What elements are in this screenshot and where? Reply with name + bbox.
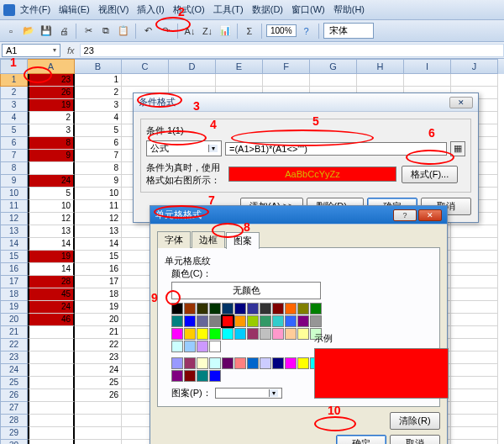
help-icon[interactable]: ? <box>299 24 314 39</box>
open-icon[interactable]: 📂 <box>21 24 36 39</box>
color-swatch[interactable] <box>222 315 234 327</box>
formula-input[interactable]: 23 <box>80 44 504 57</box>
color-swatch[interactable] <box>171 370 183 382</box>
column-header-J[interactable]: J <box>451 59 498 74</box>
color-swatch[interactable] <box>222 303 234 314</box>
cell[interactable]: 2 <box>75 87 122 99</box>
print-icon[interactable]: 🖨 <box>56 24 71 39</box>
paste-icon[interactable]: 📋 <box>116 24 131 39</box>
save-icon[interactable]: 💾 <box>39 24 54 39</box>
no-color-button[interactable]: 无颜色 <box>171 282 321 299</box>
color-swatch[interactable] <box>197 303 208 314</box>
cell[interactable] <box>451 301 498 314</box>
row-header[interactable]: 25 <box>0 377 28 389</box>
color-swatch[interactable] <box>247 315 259 327</box>
row-header[interactable]: 7 <box>0 150 28 162</box>
cell[interactable]: 7 <box>75 150 122 162</box>
row-header[interactable]: 4 <box>0 112 28 124</box>
color-swatch[interactable] <box>272 303 284 314</box>
color-swatch[interactable] <box>234 315 246 327</box>
color-swatch[interactable] <box>197 315 208 327</box>
row-header[interactable]: 8 <box>0 162 28 175</box>
column-header-E[interactable]: E <box>216 59 263 74</box>
cell[interactable] <box>451 364 498 377</box>
cell[interactable] <box>451 276 498 288</box>
row-header[interactable]: 11 <box>0 200 28 213</box>
cell[interactable]: 26 <box>75 389 122 402</box>
cell[interactable]: 5 <box>28 188 75 200</box>
cell[interactable] <box>451 352 498 364</box>
cell[interactable]: 14 <box>28 238 75 251</box>
color-swatch[interactable] <box>310 303 322 314</box>
cell[interactable]: 19 <box>28 99 75 112</box>
menu-file[interactable]: 文件(F) <box>17 2 54 18</box>
cell[interactable]: 11 <box>75 200 122 213</box>
color-swatch[interactable] <box>171 303 183 314</box>
cell[interactable]: 12 <box>75 213 122 225</box>
cell[interactable] <box>75 427 122 440</box>
cell[interactable]: 10 <box>28 200 75 213</box>
close-icon[interactable]: ✕ <box>418 209 442 221</box>
cell[interactable] <box>216 74 263 87</box>
color-swatch[interactable] <box>209 328 221 340</box>
cell[interactable] <box>451 377 498 389</box>
color-swatch[interactable] <box>297 315 309 327</box>
cell[interactable] <box>404 74 451 87</box>
row-header[interactable]: 16 <box>0 263 28 276</box>
color-swatch[interactable] <box>184 303 196 314</box>
row-header[interactable]: 9 <box>0 175 28 188</box>
color-swatch[interactable] <box>197 328 208 340</box>
menu-help[interactable]: 帮助(H) <box>330 2 368 18</box>
cell[interactable]: 9 <box>28 150 75 162</box>
color-swatch[interactable] <box>197 370 208 382</box>
cell[interactable]: 13 <box>28 225 75 238</box>
fx-icon[interactable]: fx <box>62 45 80 56</box>
color-swatch[interactable] <box>272 315 284 327</box>
cell[interactable]: 19 <box>28 251 75 263</box>
copy-icon[interactable]: ⧉ <box>98 24 113 39</box>
cell[interactable]: 14 <box>28 263 75 276</box>
cell[interactable] <box>451 415 498 427</box>
pattern-select[interactable] <box>215 388 282 399</box>
row-header[interactable]: 22 <box>0 339 28 352</box>
color-swatch[interactable] <box>209 303 221 314</box>
cell[interactable] <box>451 440 498 444</box>
color-swatch[interactable] <box>222 328 234 340</box>
color-swatch[interactable] <box>197 341 208 352</box>
row-header[interactable]: 19 <box>0 301 28 314</box>
color-swatch[interactable] <box>260 303 271 314</box>
cell[interactable] <box>451 314 498 326</box>
menu-edit[interactable]: 编辑(E) <box>55 2 93 18</box>
color-swatch[interactable] <box>234 328 246 340</box>
row-header[interactable]: 14 <box>0 238 28 251</box>
clear-button[interactable]: 清除(R) <box>390 412 440 430</box>
row-header[interactable]: 2 <box>0 87 28 99</box>
new-icon[interactable]: ▫ <box>3 24 18 39</box>
help-icon[interactable]: ? <box>393 209 417 221</box>
column-header-F[interactable]: F <box>263 59 310 74</box>
undo-icon[interactable]: ↶ <box>140 24 155 39</box>
cell[interactable]: 5 <box>75 124 122 137</box>
zoom-box[interactable]: 100% <box>266 24 297 37</box>
color-swatch[interactable] <box>209 341 221 352</box>
range-picker-icon[interactable]: ▦ <box>450 141 465 156</box>
row-header[interactable]: 29 <box>0 427 28 440</box>
row-header[interactable]: 1 <box>0 74 28 87</box>
cell[interactable] <box>28 402 75 415</box>
cell[interactable] <box>451 288 498 301</box>
color-swatch[interactable] <box>297 328 309 340</box>
cell[interactable] <box>28 326 75 339</box>
cell[interactable]: 12 <box>28 213 75 225</box>
cell[interactable] <box>263 74 310 87</box>
cell[interactable]: 19 <box>75 301 122 314</box>
row-header[interactable]: 28 <box>0 415 28 427</box>
color-swatch[interactable] <box>310 315 322 327</box>
color-swatch[interactable] <box>171 341 183 352</box>
color-swatch[interactable] <box>272 328 284 340</box>
color-swatch[interactable] <box>234 357 246 369</box>
color-swatch[interactable] <box>171 357 183 369</box>
color-swatch[interactable] <box>247 357 259 369</box>
cell[interactable] <box>451 326 498 339</box>
cell[interactable] <box>75 440 122 444</box>
row-header[interactable]: 24 <box>0 364 28 377</box>
